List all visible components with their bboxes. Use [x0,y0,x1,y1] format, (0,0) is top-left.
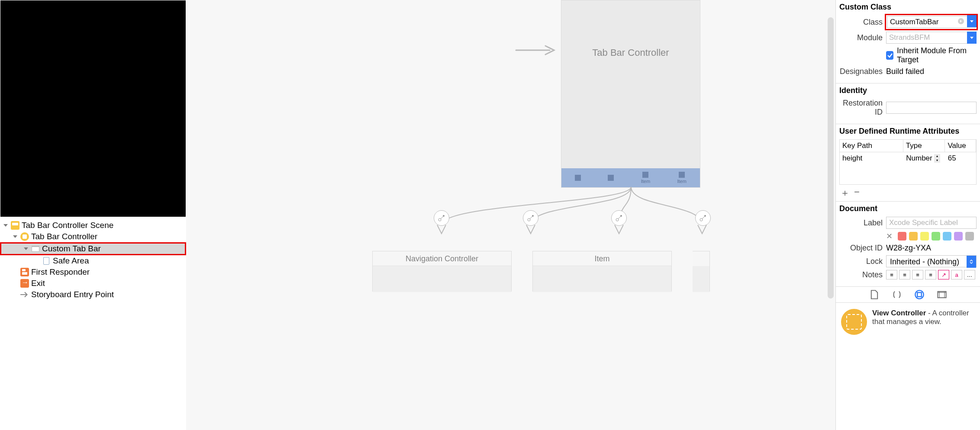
relationship-segue-dot[interactable] [434,210,449,226]
color-swatch[interactable] [954,232,963,241]
document-section: Document Label ✕ Object [836,202,980,286]
chevron-down-icon[interactable] [3,222,9,228]
align-left-icon[interactable]: ≡ [886,270,897,279]
align-center-icon[interactable]: ≡ [899,270,910,279]
lock-value: Inherited - (Nothing) [890,257,959,266]
outline-custom-tabbar-row[interactable]: Custom Tab Bar [0,242,186,255]
file-template-tab[interactable] [869,289,880,300]
tabbar-item[interactable]: Item [677,172,686,184]
udra-key-cell[interactable]: height [840,152,903,164]
designables-value: Build failed [886,67,977,76]
document-outline[interactable]: Tab Bar Controller Scene Tab Bar Control… [0,217,186,300]
viewcontroller-library-icon [841,309,867,335]
uiview-icon [31,244,40,254]
outline-exit-row[interactable]: Exit [0,278,186,289]
udra-col-type[interactable]: Type [903,140,945,152]
color-swatch[interactable] [932,232,940,241]
color-swatch[interactable] [943,232,951,241]
tabbar-item[interactable] [608,175,614,181]
custom-class-section: Custom Class Class Module [836,0,980,83]
more-icon[interactable]: … [964,270,975,279]
lock-select[interactable]: Inherited - (Nothing) [886,255,977,267]
outline-scene-row[interactable]: Tab Bar Controller Scene [0,220,186,231]
outline-safearea-row[interactable]: Safe Area [0,255,186,266]
outline-label: Custom Tab Bar [42,244,101,254]
udra-col-value[interactable]: Value [945,140,976,152]
chevron-down-icon[interactable] [967,15,977,27]
udra-row[interactable]: height Number ▴▾ 65 [840,152,976,164]
chevron-updown-icon[interactable] [967,256,976,268]
outline-label: Exit [31,279,45,288]
color-swatch[interactable] [965,232,974,241]
media-library-tab[interactable] [937,289,947,300]
font-icon[interactable]: a [951,270,962,279]
relationship-segue-dot[interactable] [523,210,538,226]
chevron-down-icon[interactable] [12,234,18,240]
child-scene-item[interactable]: Item [532,251,672,292]
library-item-viewcontroller[interactable]: View Controller - A controller that mana… [836,303,980,341]
child-body [373,266,511,292]
module-input[interactable] [886,32,977,44]
storyboard-scene-icon [10,221,20,230]
exit-icon [20,279,29,288]
child-body [533,266,671,292]
color-swatch[interactable] [898,232,906,241]
storyboard-canvas[interactable]: Tab Bar Controller Item Item [186,0,835,430]
udra-value-cell[interactable]: 65 [945,152,976,164]
stepper-icon[interactable]: ▴▾ [934,154,940,163]
outline-label: Tab Bar Controller [31,232,97,241]
color-swatch[interactable] [909,232,918,241]
library-tabbar [836,286,980,303]
child-scene-partial[interactable] [693,251,710,292]
relationship-segue-dot[interactable] [611,210,627,226]
outline-viewcontroller-row[interactable]: Tab Bar Controller [0,231,186,242]
safe-area-icon [42,256,51,266]
align-justify-icon[interactable]: ≡ [925,270,936,279]
clear-color-button[interactable]: ✕ [886,231,893,241]
tabbar-item[interactable] [575,175,581,181]
udra-type-cell[interactable]: Number [906,154,932,163]
color-swatch[interactable] [920,232,929,241]
section-title: User Defined Runtime Attributes [839,127,977,136]
object-library-tab[interactable] [914,289,925,300]
module-label: Module [839,33,886,42]
arrow-right-icon [20,290,29,299]
child-scene-navigation[interactable]: Navigation Controller [372,251,512,292]
remove-button[interactable]: − [854,186,860,199]
tabbar-item-icon [642,172,648,178]
outline-label: Safe Area [53,256,89,266]
tabbar-item[interactable]: Item [641,172,650,184]
arrow-circle-icon[interactable] [957,18,964,27]
code-snippet-tab[interactable] [892,289,902,300]
checkbox-checked-icon[interactable] [886,51,893,60]
tabbar[interactable]: Item Item [561,168,700,187]
section-title: Document [839,204,977,213]
tabbar-controller-scene[interactable]: Tab Bar Controller Item Item [561,0,700,188]
section-title: Identity [839,86,977,95]
chevron-down-icon[interactable] [967,32,977,44]
doc-label-input[interactable] [886,217,977,229]
restoration-id-label: Restoration ID [839,99,886,117]
tabbar-item-icon [608,175,614,181]
child-body [693,266,709,292]
library-item-text: View Controller - A controller that mana… [872,309,975,326]
add-button[interactable]: ＋ [840,186,850,199]
scrollbar-vertical[interactable] [828,17,834,298]
udra-table[interactable]: Key Path Type Value height Number ▴▾ 65 [839,139,977,185]
svg-rect-10 [917,292,922,297]
inherit-module-row[interactable]: Inherit Module From Target [886,46,977,64]
outline-label: Storyboard Entry Point [31,290,114,299]
outline-entrypoint-row[interactable]: Storyboard Entry Point [0,289,186,300]
link-icon[interactable]: ↗ [938,270,949,279]
tabbar-item-icon [575,175,581,181]
restoration-id-input[interactable] [886,102,977,114]
chevron-down-icon[interactable] [23,246,29,252]
relationship-segue-dot[interactable] [695,210,711,226]
svg-point-9 [915,290,923,298]
scene-title: Tab Bar Controller [561,47,700,58]
identity-inspector[interactable]: Custom Class Class Module [835,0,980,430]
object-id-value: W28-zg-YXA [886,244,977,253]
align-right-icon[interactable]: ≡ [912,270,923,279]
udra-col-key[interactable]: Key Path [840,140,903,152]
outline-first-responder-row[interactable]: First Responder [0,266,186,278]
